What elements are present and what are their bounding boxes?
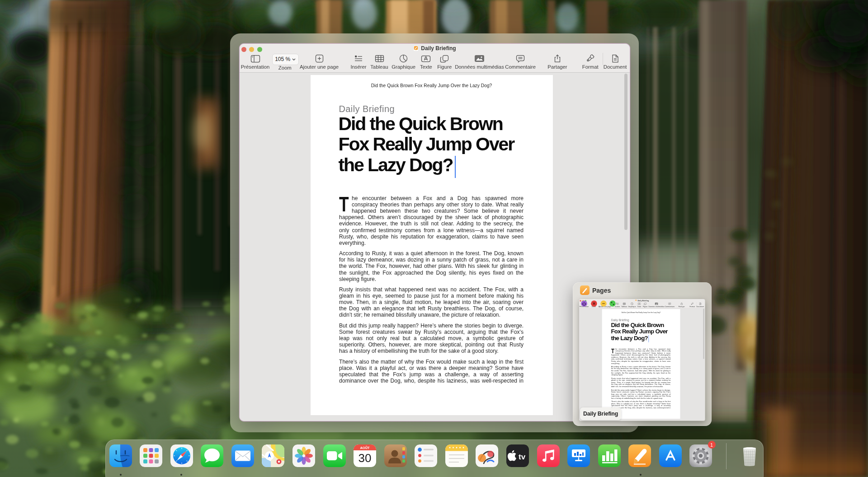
svg-text:tv: tv [519,453,526,461]
svg-text:30: 30 [359,451,372,465]
svg-text:AOÛT: AOÛT [360,446,370,450]
